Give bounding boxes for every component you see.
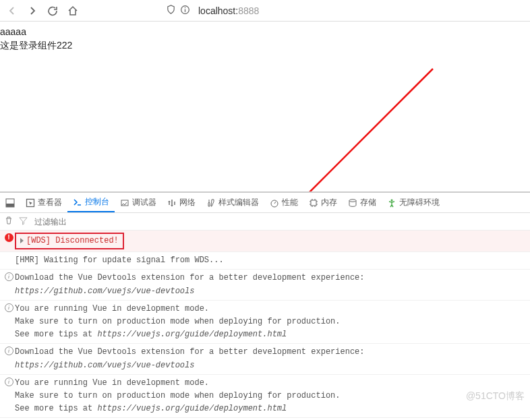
console-row-error[interactable]: ! [WDS] Disconnected! — [0, 231, 530, 252]
network-icon — [167, 198, 177, 208]
console-output[interactable]: ! [WDS] Disconnected! [HMR] Waiting for … — [0, 231, 530, 420]
devtools-dock-button[interactable] — [0, 193, 20, 212]
devtools-tabs: 查看器 控制台 调试器 网络 样式编辑器 性能 内存 存储 无障碍环境 — [0, 193, 530, 213]
svg-rect-1 — [185, 9, 185, 11]
error-icon: ! — [5, 233, 13, 242]
svg-point-11 — [349, 199, 356, 202]
svg-point-12 — [391, 199, 393, 201]
filter-input[interactable] — [33, 216, 526, 227]
nav-home-button[interactable] — [63, 1, 82, 20]
tab-debugger[interactable]: 调试器 — [115, 193, 162, 212]
tab-style-editor[interactable]: 样式编辑器 — [201, 193, 264, 212]
nav-forward-button[interactable] — [23, 1, 42, 20]
info-icon — [180, 5, 190, 17]
style-icon — [206, 198, 216, 208]
tab-storage[interactable]: 存储 — [343, 193, 382, 212]
tab-console[interactable]: 控制台 — [67, 193, 115, 212]
info-icon: i — [5, 272, 13, 281]
tab-accessibility[interactable]: 无障碍环境 — [382, 193, 445, 212]
info-icon: i — [5, 303, 13, 312]
tab-network[interactable]: 网络 — [162, 193, 201, 212]
url-text: localhost:8888 — [198, 5, 259, 16]
filter-icon[interactable] — [19, 216, 28, 227]
shield-icon — [166, 5, 176, 17]
console-row[interactable]: i You are running Vue in development mod… — [0, 375, 530, 419]
tab-memory[interactable]: 内存 — [303, 193, 343, 212]
expand-icon[interactable] — [20, 238, 24, 243]
console-filter-bar — [0, 213, 530, 231]
svg-rect-10 — [311, 200, 316, 206]
info-icon: i — [5, 347, 13, 355]
tab-inspector[interactable]: 查看器 — [20, 193, 67, 212]
address-bar[interactable]: localhost:8888 — [166, 5, 259, 17]
page-line-2: 这是登录组件222 — [0, 39, 527, 53]
inspector-icon — [26, 198, 35, 208]
tab-performance[interactable]: 性能 — [264, 193, 303, 212]
accessibility-icon — [387, 198, 396, 208]
devtools-panel: 查看器 控制台 调试器 网络 样式编辑器 性能 内存 存储 无障碍环境 ! [W… — [0, 191, 530, 420]
performance-icon — [270, 198, 279, 208]
storage-icon — [348, 198, 357, 208]
page-content: aaaaa 这是登录组件222 — [0, 22, 530, 52]
memory-icon — [309, 198, 318, 208]
console-row[interactable]: i Download the Vue Devtools extension fo… — [0, 344, 530, 374]
info-icon: i — [5, 378, 13, 386]
browser-toolbar: localhost:8888 — [0, 0, 530, 22]
debugger-icon — [120, 198, 129, 208]
console-row[interactable]: i Download the Vue Devtools extension fo… — [0, 270, 530, 300]
svg-rect-6 — [6, 204, 14, 207]
console-row[interactable]: i You are running Vue in development mod… — [0, 301, 530, 344]
trash-icon[interactable] — [4, 216, 13, 227]
console-row[interactable]: [HMR] Waiting for update signal from WDS… — [0, 252, 530, 270]
console-icon — [73, 198, 82, 207]
nav-reload-button[interactable] — [43, 1, 62, 20]
svg-rect-2 — [185, 7, 185, 7]
nav-back-button[interactable] — [3, 1, 22, 20]
page-line-1: aaaaa — [0, 26, 527, 39]
